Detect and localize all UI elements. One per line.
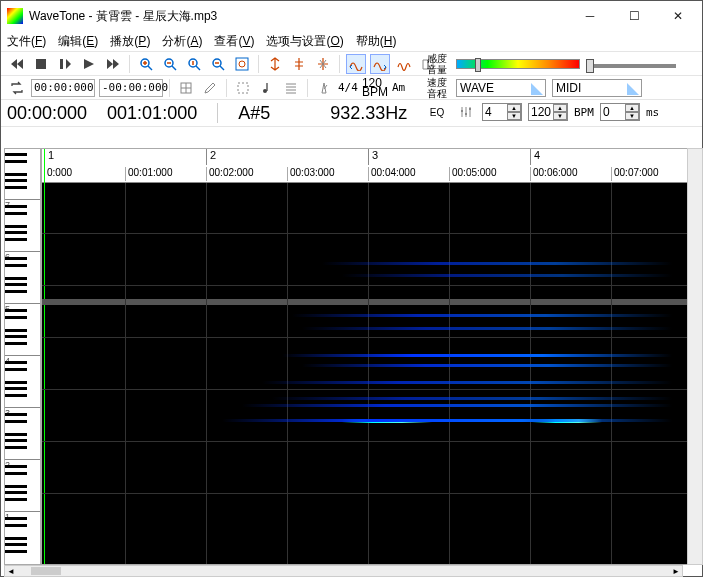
sensitivity-label: 感度: [424, 53, 450, 64]
eq-icon[interactable]: [456, 102, 476, 122]
menu-view[interactable]: 查看(V): [214, 33, 254, 50]
tempo-field[interactable]: 120▲▼: [528, 103, 568, 121]
pause-button[interactable]: [55, 54, 75, 74]
eq-label: EQ: [424, 107, 450, 118]
bar-marker: 3: [368, 149, 378, 165]
time-end-field[interactable]: -00:00:000: [99, 79, 163, 97]
bar-marker: 4: [530, 149, 540, 165]
app-icon: [7, 8, 23, 24]
svg-rect-1: [60, 59, 63, 69]
spectrogram[interactable]: 1 2 3 4 0:000 00:01:000 00:02:000 00:03:…: [41, 148, 699, 565]
svg-rect-0: [36, 59, 46, 69]
note-select-icon[interactable]: [233, 78, 253, 98]
spectrum-left-icon[interactable]: [346, 54, 366, 74]
minimize-button[interactable]: ─: [568, 2, 612, 30]
beats-field[interactable]: 4▲▼: [482, 103, 522, 121]
menubar: 文件(F) 编辑(E) 播放(P) 分析(A) 查看(V) 选项与设置(O) 帮…: [1, 31, 702, 51]
playhead[interactable]: [44, 149, 45, 564]
vertical-scrollbar[interactable]: [687, 148, 703, 565]
horizontal-scrollbar[interactable]: ◄►: [4, 565, 683, 577]
menu-file[interactable]: 文件(F): [7, 33, 46, 50]
ms-label: ms: [646, 106, 659, 119]
time-marker: 00:05:000: [449, 167, 497, 181]
spectrum-right-icon[interactable]: [370, 54, 390, 74]
grid-icon[interactable]: [176, 78, 196, 98]
right-controls: 感度 音量 速度 音程 WAVE MIDI EQ 4▲▼ 120▲▼ BPM 0…: [424, 52, 696, 124]
time-marker: 0:000: [44, 167, 72, 181]
time-ruler[interactable]: 1 2 3 4 0:000 00:01:000 00:02:000 00:03:…: [42, 149, 698, 183]
marker-b-icon[interactable]: [289, 54, 309, 74]
time-start-field[interactable]: 00:00:000: [31, 79, 95, 97]
menu-help[interactable]: 帮助(H): [356, 33, 397, 50]
metronome-icon[interactable]: [314, 78, 334, 98]
maximize-button[interactable]: ☐: [612, 2, 656, 30]
stop-button[interactable]: [31, 54, 51, 74]
cut-icon[interactable]: [313, 54, 333, 74]
zoom-out-v-icon[interactable]: [208, 54, 228, 74]
bpm-display[interactable]: 120BPM: [362, 79, 388, 97]
staff-icon[interactable]: [281, 78, 301, 98]
speed-label: 速度: [424, 77, 450, 88]
sensitivity-slider[interactable]: [456, 59, 580, 69]
zoom-in-v-icon[interactable]: [184, 54, 204, 74]
time-marker: 00:04:000: [368, 167, 416, 181]
titlebar: WaveTone - 黃霄雲 - 星辰大海.mp3 ─ ☐ ✕: [1, 1, 702, 31]
bar-marker: 1: [44, 149, 54, 165]
timesig-label[interactable]: 4/4: [338, 81, 358, 94]
time-position: 00:00:000: [7, 103, 87, 124]
svg-rect-13: [469, 108, 471, 110]
center-line: [42, 299, 698, 305]
rewind-button[interactable]: [7, 54, 27, 74]
midi-mode-box[interactable]: MIDI: [552, 79, 642, 97]
menu-analyze[interactable]: 分析(A): [162, 33, 202, 50]
svg-rect-11: [461, 110, 463, 112]
loop-icon[interactable]: [7, 78, 27, 98]
offset-field[interactable]: 0▲▼: [600, 103, 640, 121]
zoom-in-icon[interactable]: [136, 54, 156, 74]
spectrum-both-icon[interactable]: [394, 54, 414, 74]
bar-marker: 2: [206, 149, 216, 165]
window-title: WaveTone - 黃霄雲 - 星辰大海.mp3: [29, 8, 568, 25]
volume-slider[interactable]: [586, 64, 676, 68]
bar-position: 001:01:000: [107, 103, 197, 124]
time-marker: 00:07:000: [611, 167, 659, 181]
volume-label: 音量: [424, 64, 450, 75]
freq-readout: 932.33Hz: [330, 103, 407, 124]
piano-ruler[interactable]: 7 6 5 4 3 2 1: [4, 148, 41, 565]
time-marker: 00:03:000: [287, 167, 335, 181]
bpm-label: BPM: [574, 106, 594, 119]
zoom-out-icon[interactable]: [160, 54, 180, 74]
svg-point-7: [239, 61, 245, 67]
zoom-fit-icon[interactable]: [232, 54, 252, 74]
menu-play[interactable]: 播放(P): [110, 33, 150, 50]
note-readout: A#5: [238, 103, 270, 124]
close-button[interactable]: ✕: [656, 2, 700, 30]
play-button[interactable]: [79, 54, 99, 74]
note-icon[interactable]: [257, 78, 277, 98]
main-view: 7 6 5 4 3 2 1 1 2 3 4 0:000 00:01:000 00…: [4, 148, 699, 565]
time-marker: 00:01:000: [125, 167, 173, 181]
menu-edit[interactable]: 编辑(E): [58, 33, 98, 50]
svg-rect-6: [236, 58, 248, 70]
menu-options[interactable]: 选项与设置(O): [266, 33, 343, 50]
pencil-icon[interactable]: [200, 78, 220, 98]
fast-forward-button[interactable]: [103, 54, 123, 74]
pitch-label: 音程: [424, 88, 450, 99]
svg-rect-12: [465, 113, 467, 115]
wave-mode-box[interactable]: WAVE: [456, 79, 546, 97]
time-marker: 00:06:000: [530, 167, 578, 181]
marker-a-icon[interactable]: [265, 54, 285, 74]
svg-rect-9: [238, 83, 248, 93]
time-marker: 00:02:000: [206, 167, 254, 181]
key-label[interactable]: Am: [392, 81, 405, 94]
